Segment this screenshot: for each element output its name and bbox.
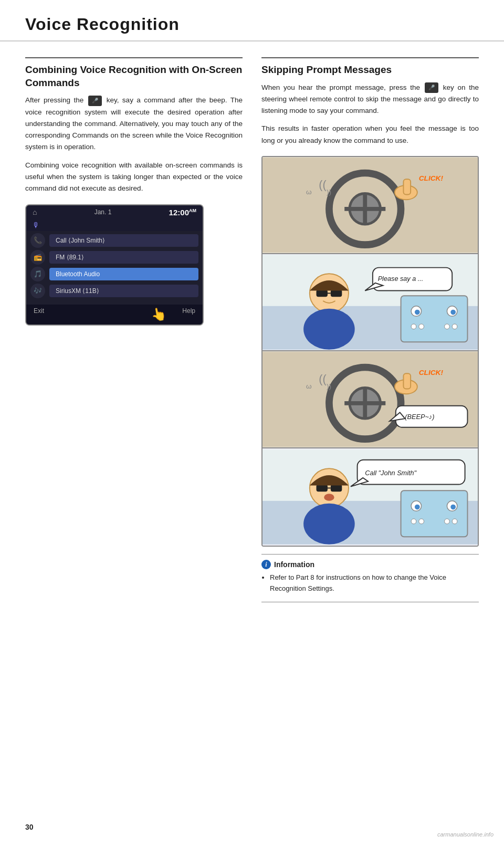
menu-row-bluetooth[interactable]: 🎵 Bluetooth Audio — [30, 267, 198, 281]
page-number: 30 — [25, 823, 34, 831]
svg-rect-13 — [401, 296, 468, 342]
menu-icon-fm: 📻 — [30, 250, 45, 265]
screen-top-bar: ⌂ Jan. 1 12:00AM — [26, 205, 203, 219]
left-section-title: Combining Voice Recognition with On-Scre… — [25, 64, 243, 89]
screen-date: Jan. 1 — [94, 208, 112, 216]
page-title: Voice Recognition — [25, 15, 180, 34]
svg-text:Call "John Smith": Call "John Smith" — [365, 469, 416, 477]
svg-text:ω: ω — [306, 383, 312, 391]
left-column: Combining Voice Recognition with On-Scre… — [25, 57, 243, 602]
watermark: carmanualsonline.info — [437, 831, 494, 838]
svg-point-51 — [411, 519, 416, 524]
comic-panel-1-svg: CLICK! (( ω )) — [262, 157, 478, 253]
mic-icon: 🎙 — [33, 221, 40, 229]
comic-panel-1: CLICK! (( ω )) — [262, 157, 478, 254]
info-box: i Information Refer to Part 8 for instru… — [261, 554, 479, 602]
svg-rect-46 — [401, 490, 468, 537]
right-section-box: Skipping Prompt Messages When you hear t… — [261, 57, 479, 147]
menu-item-call[interactable]: Call ⟨John Smith⟩ — [49, 234, 198, 247]
svg-rect-56 — [317, 485, 328, 492]
left-section-box: Combining Voice Recognition with On-Scre… — [25, 57, 243, 195]
svg-point-54 — [452, 519, 457, 524]
right-section-body: When you hear the prompt message, press … — [261, 82, 479, 147]
left-section-body: After pressing the 🎤 key, say a command … — [25, 95, 243, 194]
comic-panel-3: CLICK! (( ω )) (BEEP~♪) — [262, 351, 478, 448]
screen-am: AM — [189, 208, 196, 213]
svg-point-16 — [415, 310, 420, 315]
voice-key-icon-1: 🎤 — [88, 96, 102, 107]
menu-icon-sirius: 🎶 — [30, 284, 45, 298]
svg-text:CLICK!: CLICK! — [419, 174, 444, 182]
content-wrapper: Combining Voice Recognition with On-Scre… — [0, 41, 504, 618]
menu-item-sirius[interactable]: SiriusXM ⟨11B⟩ — [49, 285, 198, 297]
left-para-1: After pressing the 🎤 key, say a command … — [25, 95, 243, 153]
svg-text:Please say a ...: Please say a ... — [378, 275, 424, 283]
svg-point-52 — [419, 519, 424, 524]
info-box-title: i Information — [261, 560, 479, 569]
comic-panel-3-svg: CLICK! (( ω )) (BEEP~♪) — [262, 351, 478, 447]
svg-text:ω: ω — [306, 189, 312, 196]
comic-strip: CLICK! (( ω )) — [261, 156, 479, 547]
menu-row-call[interactable]: 📞 Call ⟨John Smith⟩ — [30, 233, 198, 248]
screen-mockup: ⌂ Jan. 1 12:00AM 🎙 📞 Call ⟨John Smith⟩ 📻… — [25, 204, 204, 326]
screen-mic-row: 🎙 — [26, 219, 203, 231]
svg-rect-57 — [331, 485, 342, 492]
menu-row-fm[interactable]: 📻 FM ⟨89.1⟩ — [30, 250, 198, 265]
info-icon: i — [261, 560, 271, 569]
page-header: Voice Recognition — [0, 0, 504, 41]
left-para-2: Combining voice recognition with availab… — [25, 160, 243, 195]
screen-exit-btn[interactable]: Exit — [34, 307, 44, 322]
menu-icon-call: 📞 — [30, 233, 45, 248]
svg-text:((: (( — [319, 179, 327, 191]
screen-bottom-bar: Exit 👆 Help — [26, 305, 203, 325]
svg-point-53 — [445, 519, 450, 524]
right-section-title: Skipping Prompt Messages — [261, 64, 479, 77]
menu-item-bluetooth[interactable]: Bluetooth Audio — [49, 268, 198, 280]
svg-point-26 — [303, 309, 355, 350]
menu-row-sirius[interactable]: 🎶 SiriusXM ⟨11B⟩ — [30, 284, 198, 298]
voice-key-icon-2: 🎤 — [425, 82, 439, 93]
svg-point-59 — [324, 494, 334, 501]
svg-point-21 — [452, 324, 457, 329]
comic-panel-2: Please say a ... — [262, 254, 478, 351]
screen-help-btn[interactable]: Help — [182, 307, 195, 322]
screen-time: 12:00AM — [169, 208, 196, 217]
svg-rect-36 — [403, 373, 411, 389]
svg-point-18 — [411, 324, 416, 329]
comic-panel-2-svg: Please say a ... — [262, 254, 478, 350]
comic-panel-4-svg: Call "John Smith" — [262, 448, 478, 546]
svg-point-50 — [450, 505, 456, 510]
home-icon: ⌂ — [33, 208, 37, 216]
svg-text:CLICK!: CLICK! — [419, 369, 444, 377]
svg-point-60 — [303, 504, 355, 545]
svg-text:)): )) — [327, 189, 331, 196]
svg-text:)): )) — [327, 383, 331, 391]
svg-point-20 — [445, 324, 450, 329]
right-para-2: This results in faster operation when yo… — [261, 123, 479, 147]
svg-rect-23 — [317, 290, 328, 297]
info-list: Refer to Part 8 for instructions on how … — [261, 572, 479, 594]
info-bullet-1: Refer to Part 8 for instructions on how … — [270, 572, 479, 594]
screen-menu: 📞 Call ⟨John Smith⟩ 📻 FM ⟨89.1⟩ 🎵 Blueto… — [26, 231, 203, 305]
svg-point-17 — [450, 310, 456, 315]
svg-point-49 — [415, 505, 420, 510]
right-column: Skipping Prompt Messages When you hear t… — [261, 57, 479, 602]
menu-item-fm[interactable]: FM ⟨89.1⟩ — [49, 251, 198, 264]
svg-point-19 — [419, 324, 424, 329]
svg-text:((: (( — [319, 373, 327, 385]
menu-icon-bluetooth: 🎵 — [30, 267, 45, 281]
svg-text:(BEEP~♪): (BEEP~♪) — [405, 413, 434, 421]
svg-rect-6 — [403, 179, 411, 194]
svg-rect-24 — [331, 290, 342, 297]
right-para-1: When you hear the prompt message, press … — [261, 82, 479, 117]
comic-panel-4: Call "John Smith" — [262, 448, 478, 546]
hand-pointer-icon: 👆 — [150, 306, 167, 323]
